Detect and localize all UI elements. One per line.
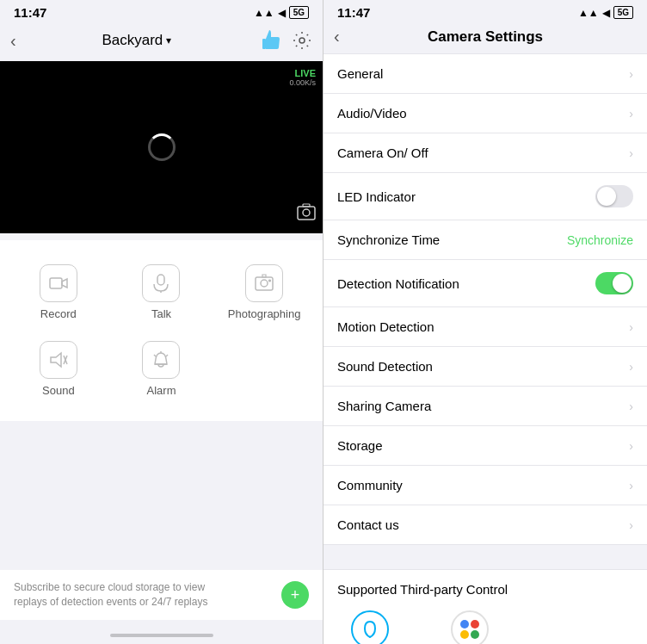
storage-right: › xyxy=(629,439,633,453)
detection-toggle-thumb xyxy=(613,274,632,293)
alarm-control[interactable]: Alarm xyxy=(110,331,213,407)
sound-label: Sound xyxy=(42,384,75,397)
section-gap xyxy=(324,545,647,569)
community-label: Community xyxy=(337,478,403,492)
wifi-icon-right: ◀ xyxy=(602,7,610,19)
time-left: 11:47 xyxy=(14,5,46,20)
battery-icon-right: 5G xyxy=(613,6,633,19)
live-badge: LIVE 0.00K/s xyxy=(289,68,316,87)
video-feed: LIVE 0.00K/s xyxy=(0,61,323,233)
chevron-right-sound: › xyxy=(629,360,633,374)
sound-icon-box xyxy=(40,341,77,379)
record-icon-box xyxy=(40,264,77,302)
status-bar-right: 11:47 ▲▲ ◀ 5G xyxy=(324,0,647,23)
thumbsup-icon[interactable] xyxy=(257,27,285,54)
photographing-control[interactable]: Photographing xyxy=(213,254,316,331)
status-icons-left: ▲▲ ◀ 5G xyxy=(254,6,309,19)
settings-item-sync-time[interactable]: Synchronize Time Synchronize xyxy=(324,220,647,260)
third-party-section: Supported Third-party Control Amazon Ale… xyxy=(324,569,647,644)
audio-video-right: › xyxy=(629,107,633,121)
alexa-item[interactable]: Amazon Alexa xyxy=(337,610,404,644)
audio-video-label: Audio/Video xyxy=(337,106,407,121)
back-button-left[interactable]: ‹ xyxy=(10,31,16,51)
settings-item-contact[interactable]: Contact us › xyxy=(324,505,647,545)
motion-label: Motion Detection xyxy=(337,319,434,334)
camera-onoff-right: › xyxy=(629,146,633,160)
svg-point-3 xyxy=(303,209,310,216)
chevron-right-sharing: › xyxy=(629,399,633,413)
speed-label: 0.00K/s xyxy=(289,78,316,87)
nav-title-left: Backyard ▾ xyxy=(102,32,171,49)
settings-item-storage[interactable]: Storage › xyxy=(324,426,647,466)
community-right: › xyxy=(629,479,633,492)
third-party-items: Amazon Alexa Google Assistant xyxy=(337,610,633,644)
chevron-right-general: › xyxy=(629,67,633,81)
add-storage-button[interactable]: + xyxy=(281,581,309,609)
sync-link[interactable]: Synchronize xyxy=(567,233,633,247)
sharing-right: › xyxy=(629,399,633,413)
google-item[interactable]: Google Assistant xyxy=(431,610,508,644)
settings-item-community[interactable]: Community › xyxy=(324,466,647,505)
settings-item-motion[interactable]: Motion Detection › xyxy=(324,307,647,347)
svg-point-1 xyxy=(299,38,305,43)
led-toggle-thumb xyxy=(597,187,616,206)
alarm-label: Alarm xyxy=(147,384,176,397)
settings-list: General › Audio/Video › Camera On/ Off ›… xyxy=(324,53,647,644)
led-toggle[interactable] xyxy=(595,185,633,207)
talk-control[interactable]: Talk xyxy=(110,254,213,331)
settings-item-sound-detection[interactable]: Sound Detection › xyxy=(324,347,647,387)
status-bar-left: 11:47 ▲▲ ◀ 5G xyxy=(0,0,323,23)
svg-rect-4 xyxy=(303,204,310,207)
status-icons-right: ▲▲ ◀ 5G xyxy=(578,6,633,19)
sound-detection-right: › xyxy=(629,360,633,374)
talk-icon-box xyxy=(142,264,180,302)
settings-item-led[interactable]: LED Indicator xyxy=(324,173,647,220)
sync-time-label: Synchronize Time xyxy=(337,232,440,247)
settings-item-camera-onoff[interactable]: Camera On/ Off › xyxy=(324,133,647,173)
settings-item-detection-notif[interactable]: Detection Notification xyxy=(324,260,647,307)
home-indicator xyxy=(110,634,213,637)
contact-right: › xyxy=(629,518,633,532)
alarm-icon-box xyxy=(142,341,180,379)
back-button-right[interactable]: ‹ xyxy=(334,27,340,46)
battery-icon: 5G xyxy=(289,6,309,19)
chevron-right-cam: › xyxy=(629,146,633,160)
general-label: General xyxy=(337,66,383,81)
record-control[interactable]: Record xyxy=(7,254,110,331)
storage-label: Storage xyxy=(337,438,383,453)
sound-detection-label: Sound Detection xyxy=(337,359,433,374)
chevron-right-av: › xyxy=(629,107,633,121)
left-panel: 11:47 ▲▲ ◀ 5G ‹ Backyard ▾ xyxy=(0,0,324,644)
led-label: LED Indicator xyxy=(337,189,416,204)
google-dots xyxy=(460,620,479,639)
third-party-title: Supported Third-party Control xyxy=(337,582,633,597)
photographing-icon-box xyxy=(245,264,283,302)
chevron-right-contact: › xyxy=(629,518,633,532)
svg-rect-6 xyxy=(157,275,164,285)
svg-point-9 xyxy=(261,280,268,287)
google-icon xyxy=(451,610,489,644)
settings-item-sharing[interactable]: Sharing Camera › xyxy=(324,387,647,426)
dot-green xyxy=(471,630,479,639)
svg-line-17 xyxy=(154,355,156,356)
cloud-storage-banner: Subscribe to secure cloud storage to vie… xyxy=(0,570,323,620)
sound-control[interactable]: Sound xyxy=(7,331,110,407)
snapshot-button[interactable] xyxy=(297,203,316,226)
time-right: 11:47 xyxy=(337,5,370,20)
settings-icon[interactable] xyxy=(292,30,312,51)
motion-right: › xyxy=(629,320,633,334)
signal-icon: ▲▲ xyxy=(254,7,274,19)
right-panel: 11:47 ▲▲ ◀ 5G ‹ Camera Settings General … xyxy=(324,0,647,644)
loading-spinner xyxy=(148,133,176,161)
chevron-right-motion: › xyxy=(629,320,633,334)
chevron-right-storage: › xyxy=(629,439,633,453)
banner-text: Subscribe to secure cloud storage to vie… xyxy=(14,580,220,610)
settings-item-audio-video[interactable]: Audio/Video › xyxy=(324,94,647,133)
nav-icons-left xyxy=(257,27,312,54)
page-title: Camera Settings xyxy=(428,28,543,46)
dropdown-chevron[interactable]: ▾ xyxy=(166,34,171,46)
detection-toggle[interactable] xyxy=(595,272,633,294)
nav-bar-left: ‹ Backyard ▾ xyxy=(0,23,323,61)
photographing-label: Photographing xyxy=(228,307,301,320)
settings-item-general[interactable]: General › xyxy=(324,53,647,94)
